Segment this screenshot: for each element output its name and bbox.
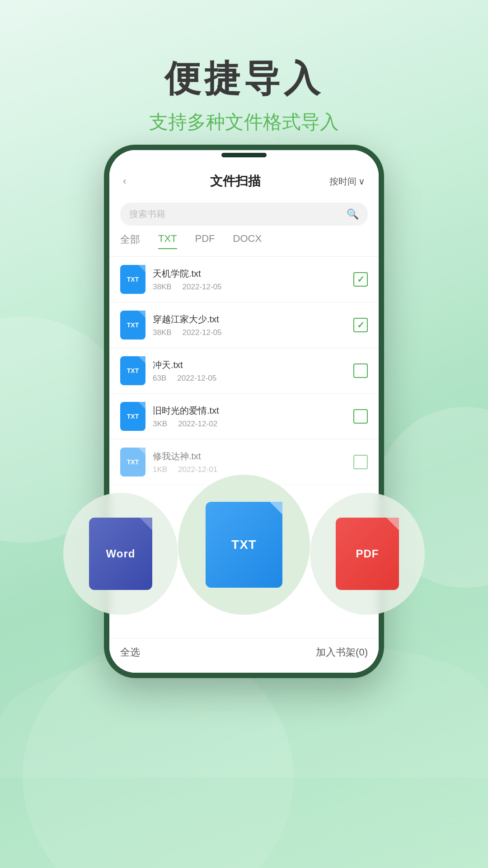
file-item[interactable]: TXT 天机学院.txt 38KB 2022-12-05 ✓ — [109, 257, 379, 302]
tab-txt[interactable]: TXT — [158, 233, 177, 249]
filter-tabs: 全部 TXT PDF DOCX — [109, 233, 379, 257]
file-meta: 63B 2022-12-05 — [153, 374, 346, 383]
file-date: 2022-12-05 — [183, 328, 222, 337]
txt-file-icon: TXT — [206, 502, 282, 588]
file-meta: 38KB 2022-12-05 — [153, 328, 346, 337]
file-info: 冲天.txt 63B 2022-12-05 — [153, 359, 346, 383]
search-icon: 🔍 — [347, 208, 359, 220]
txt-circle: TXT — [178, 475, 310, 615]
file-info: 旧时光的爱情.txt 3KB 2022-12-02 — [153, 405, 346, 429]
header-section: 便捷导入 支持多种文件格式导入 — [0, 0, 488, 135]
pdf-circle: PDF — [310, 493, 425, 615]
file-date: 2022-12-02 — [178, 420, 217, 429]
search-input-wrap[interactable]: 搜索书籍 🔍 — [120, 203, 368, 226]
file-name: 旧时光的爱情.txt — [153, 405, 346, 417]
file-meta: 1KB 2022-12-01 — [153, 465, 346, 474]
file-name: 修我达神.txt — [153, 450, 346, 462]
file-name: 穿越江家大少.txt — [153, 313, 346, 326]
file-type-icon: TXT — [120, 356, 145, 385]
file-info: 天机学院.txt 38KB 2022-12-05 — [153, 268, 346, 292]
file-info: 穿越江家大少.txt 38KB 2022-12-05 — [153, 313, 346, 337]
file-meta: 3KB 2022-12-02 — [153, 420, 346, 429]
file-item[interactable]: TXT 旧时光的爱情.txt 3KB 2022-12-02 — [109, 394, 379, 439]
file-type-icon: TXT — [120, 265, 145, 294]
file-size: 38KB — [153, 283, 172, 292]
file-date: 2022-12-01 — [178, 465, 217, 474]
file-info: 修我达神.txt 1KB 2022-12-01 — [153, 450, 346, 474]
file-name: 冲天.txt — [153, 359, 346, 371]
file-size: 1KB — [153, 465, 167, 474]
file-item[interactable]: TXT 冲天.txt 63B 2022-12-05 — [109, 348, 379, 394]
file-date: 2022-12-05 — [183, 283, 222, 292]
file-checkbox[interactable]: ✓ — [353, 318, 368, 332]
screen-title: 文件扫描 — [210, 173, 261, 190]
file-date: 2022-12-05 — [177, 374, 216, 383]
file-size: 3KB — [153, 420, 167, 429]
file-item[interactable]: TXT 穿越江家大少.txt 38KB 2022-12-05 ✓ — [109, 302, 379, 348]
sort-label: 按时间 — [329, 175, 357, 188]
word-label: Word — [106, 547, 136, 560]
sub-title: 支持多种文件格式导入 — [0, 109, 488, 135]
file-checkbox[interactable] — [353, 363, 368, 378]
tab-docx[interactable]: DOCX — [233, 233, 262, 249]
pdf-label: PDF — [356, 547, 379, 560]
word-file-icon: Word — [89, 518, 152, 590]
file-checkbox[interactable] — [353, 455, 368, 469]
file-size: 38KB — [153, 328, 172, 337]
word-circle: Word — [63, 493, 178, 615]
file-type-icon: TXT — [120, 448, 145, 476]
main-title: 便捷导入 — [0, 59, 488, 99]
back-button[interactable]: ‹ — [123, 175, 141, 187]
tab-pdf[interactable]: PDF — [195, 233, 215, 249]
file-name: 天机学院.txt — [153, 268, 346, 280]
tab-all[interactable]: 全部 — [120, 233, 140, 249]
add-to-shelf-button[interactable]: 加入书架(0) — [316, 646, 368, 659]
file-type-icon: TXT — [120, 311, 145, 340]
search-placeholder: 搜索书籍 — [129, 208, 342, 220]
file-type-icon: TXT — [120, 402, 145, 431]
bottom-bar: 全选 加入书架(0) — [109, 638, 379, 673]
file-size: 63B — [153, 374, 166, 383]
txt-label: TXT — [231, 538, 257, 552]
floating-circles: Word TXT PDF — [63, 493, 425, 615]
check-mark-icon: ✓ — [357, 320, 365, 330]
file-checkbox[interactable] — [353, 409, 368, 424]
check-mark-icon: ✓ — [357, 274, 365, 285]
search-bar: 搜索书籍 🔍 — [109, 197, 379, 233]
pdf-file-icon: PDF — [336, 518, 399, 590]
sort-button[interactable]: 按时间 ∨ — [329, 175, 365, 188]
sort-arrow-icon: ∨ — [358, 176, 365, 187]
phone-notch — [221, 153, 267, 157]
file-meta: 38KB 2022-12-05 — [153, 283, 346, 292]
select-all-button[interactable]: 全选 — [120, 646, 140, 659]
file-checkbox[interactable]: ✓ — [353, 272, 368, 287]
